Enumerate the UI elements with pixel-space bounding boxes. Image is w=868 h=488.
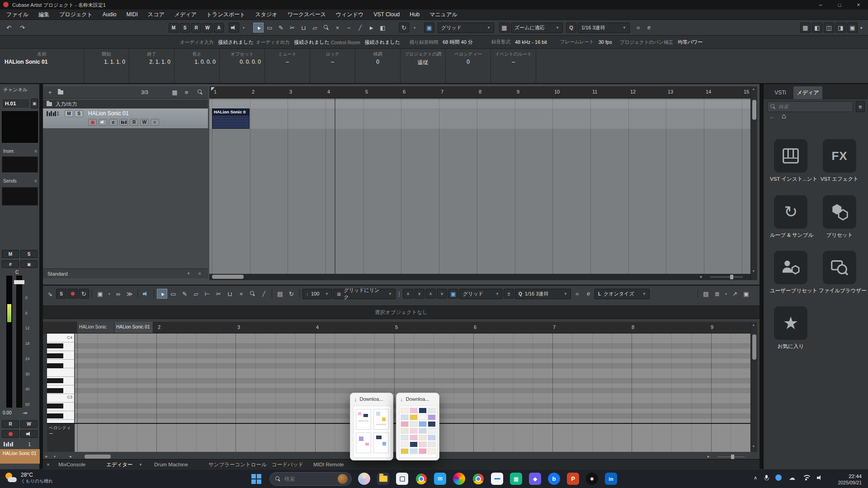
editor-v-scrollbar[interactable]: ▴ ▾ xyxy=(750,322,757,452)
tool-mute[interactable]: × xyxy=(332,23,343,33)
media-tile-favorites[interactable]: ★ お気に入り xyxy=(770,306,811,350)
undo-icon[interactable]: ↶ xyxy=(4,23,14,33)
taskbar-mail-icon[interactable]: ✉ xyxy=(434,473,446,485)
status-value[interactable]: 接続されました xyxy=(218,39,253,46)
info-field-lock[interactable]: ロック – xyxy=(310,49,355,83)
info-value[interactable]: 追従 xyxy=(401,59,445,66)
piano-keyboard[interactable]: C4 C3 xyxy=(47,333,75,423)
track-solo-button[interactable]: S xyxy=(75,110,83,117)
info-value[interactable]: 0. 0. 0. 0 xyxy=(220,59,264,65)
editor-setup-icon[interactable]: ▣ xyxy=(741,289,751,299)
track-row-halion-sonic[interactable]: 1 M S HALion Sonic 01 e R W ≡ xyxy=(43,108,208,129)
channel-export-icon[interactable]: ▣ xyxy=(31,99,38,108)
editor-tool-glue[interactable]: ⊔ xyxy=(225,289,235,299)
project-v-scrollbar[interactable]: ▴ ▾ xyxy=(750,86,757,280)
h-scroll-thumb[interactable] xyxy=(212,275,244,279)
midi-event-halion[interactable]: HALion Sonic 0 xyxy=(212,108,250,129)
info-field-start[interactable]: 開始 1. 1. 1. 0 xyxy=(84,49,129,83)
tool-time-warp[interactable]: ~ xyxy=(344,23,354,33)
chevron-down-icon[interactable]: ▾ xyxy=(54,455,56,459)
volume-fader-handle[interactable] xyxy=(14,280,24,284)
tool-color[interactable]: ◧ xyxy=(377,23,388,33)
transpose-down-icon[interactable]: ∨ xyxy=(437,289,447,299)
track-visibility-icon[interactable] xyxy=(55,87,66,97)
media-tile-user-presets[interactable]: ユーザープリセット xyxy=(770,251,811,294)
track-monitor-button[interactable] xyxy=(99,119,107,126)
tray-wifi-icon[interactable] xyxy=(802,475,810,480)
editor-v-scroll-thumb[interactable] xyxy=(752,334,756,360)
editor-pin-icon[interactable]: ⇘ xyxy=(45,289,55,299)
chevron-right-icon[interactable]: ▸ xyxy=(708,454,710,459)
tool-line[interactable]: ╱ xyxy=(355,23,365,33)
back-arrow-icon[interactable]: ← xyxy=(769,113,775,120)
media-tile-loops-samples[interactable]: ↻ ループ & サンプル xyxy=(770,195,811,239)
redo-icon[interactable]: ↷ xyxy=(17,23,28,33)
tab-media[interactable]: メディア xyxy=(793,86,822,99)
independent-loop-icon[interactable]: ↻ xyxy=(286,289,297,299)
downloads-preview-popup-2[interactable]: ↓ Downloa... xyxy=(396,393,439,460)
info-field-transpose[interactable]: 移調 0 xyxy=(355,49,401,83)
minimize-button[interactable]: – xyxy=(811,0,830,9)
tray-expand-chevron-icon[interactable]: ∧ xyxy=(754,475,757,481)
tab-sampler-control[interactable]: サンプラーコントロール xyxy=(208,460,267,469)
menu-vst-cloud[interactable]: VST Cloud xyxy=(368,11,405,18)
media-tile-vst-effects[interactable]: FX VST エフェクト xyxy=(819,139,860,183)
taskbar-whiteboard-icon[interactable] xyxy=(491,473,503,485)
track-filter-icon[interactable]: ▦ xyxy=(170,87,180,97)
chevron-right-icon[interactable]: ▸ xyxy=(859,23,864,33)
track-edit-button[interactable]: e xyxy=(109,119,118,126)
media-search-box[interactable] xyxy=(767,101,853,112)
menu-midi[interactable]: MIDI xyxy=(122,11,143,18)
taskbar-powerpoint-icon[interactable]: P xyxy=(567,473,579,485)
auto-scroll-icon[interactable]: ≫ xyxy=(124,289,135,299)
io-folder-track-row[interactable]: 入力/出力 xyxy=(43,100,208,108)
h-zoom-slider[interactable] xyxy=(710,277,743,277)
record-in-editor-icon[interactable] xyxy=(67,289,78,299)
quantize-mode-dropdown[interactable]: L クオンタイズ ▼ xyxy=(594,289,650,299)
tool-knife[interactable]: ✂ xyxy=(287,23,297,33)
editor-tool-draw[interactable]: ✎ xyxy=(179,289,190,299)
tool-glue[interactable]: ⊔ xyxy=(298,23,309,33)
sends-gear-icon[interactable]: ≡ xyxy=(34,178,37,183)
info-value[interactable]: – xyxy=(491,59,536,65)
status-value[interactable]: 68 時間 40 分 xyxy=(443,39,473,46)
info-field-project-key[interactable]: プロジェクトの調 追従 xyxy=(401,49,446,83)
channel-edit-button[interactable]: e xyxy=(2,260,19,268)
track-instrument-button[interactable] xyxy=(119,119,128,126)
project-h-scrollbar[interactable]: ▸ xyxy=(209,274,750,280)
volume-fader-track[interactable] xyxy=(16,276,22,408)
taskbar-copilot-icon[interactable] xyxy=(358,473,370,485)
automation-r-button[interactable]: R xyxy=(191,23,201,33)
editor-zoom-slider[interactable] xyxy=(717,456,745,457)
tool-zoom[interactable] xyxy=(321,23,331,33)
status-value[interactable]: 接続されました xyxy=(294,39,329,46)
tab-mixconsole[interactable]: MixConsole xyxy=(58,460,85,469)
track-preset-gear-icon[interactable]: ≡ xyxy=(198,271,201,276)
media-tile-file-browser[interactable]: ファイルブラウザー xyxy=(819,251,860,294)
editor-tool-mute[interactable]: × xyxy=(236,289,246,299)
quantize-preset-dropdown[interactable]: 1/16 3連符▼ xyxy=(578,23,630,33)
grid-type-icon[interactable]: ▦ xyxy=(499,23,509,33)
acoustic-feedback-icon[interactable] xyxy=(141,289,151,299)
setup-window-layout-icon[interactable]: ▣ xyxy=(847,23,858,33)
editor-ruler[interactable]: HALion Sonic HALion Sonic 01 2 3 4 5 6 7… xyxy=(43,322,750,333)
editor-zoom-thumb[interactable] xyxy=(731,455,734,459)
taskbar-search-box[interactable] xyxy=(269,472,352,486)
cycle-icon[interactable]: ↻ xyxy=(79,289,89,299)
track-mute-button[interactable]: M xyxy=(65,110,73,117)
taskbar-widgets-icon[interactable] xyxy=(396,473,408,485)
tool-erase[interactable]: ▱ xyxy=(310,23,320,33)
iterative-quantize-icon[interactable]: ≈ xyxy=(633,23,643,33)
chevron-down-icon[interactable]: ▾ xyxy=(106,289,112,299)
more-options-icon[interactable]: ⋮ xyxy=(396,289,402,299)
taskbar-file-explorer-icon[interactable] xyxy=(377,473,389,485)
scroll-down-icon[interactable]: ▾ xyxy=(753,269,755,273)
menu-window[interactable]: ウィンドウ xyxy=(331,11,368,19)
channel-record-enable-button[interactable] xyxy=(2,430,19,438)
monitor-dropdown-caret-icon[interactable]: ▾ xyxy=(241,23,247,33)
taskbar-chrome-icon[interactable] xyxy=(415,473,427,485)
snap-on-off-icon[interactable]: ▣ xyxy=(424,23,434,33)
taskbar-clock[interactable]: 22:44 2025/09/21 xyxy=(838,473,862,486)
menu-score[interactable]: スコア xyxy=(143,11,170,19)
info-field-length[interactable]: 長さ 1. 0. 0. 0 xyxy=(175,49,220,83)
